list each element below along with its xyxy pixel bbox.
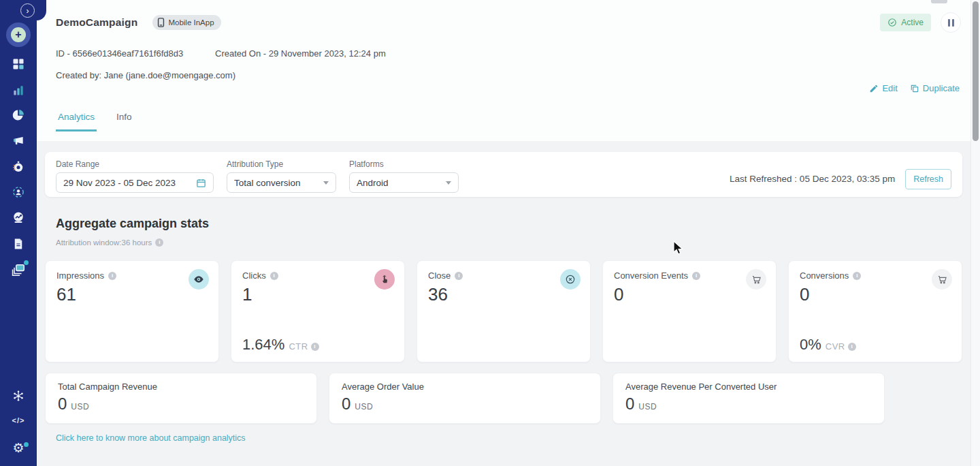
main-content: DemoCampaign Mobile InApp Active bbox=[37, 0, 980, 466]
gear-icon: ⚙ bbox=[12, 441, 24, 454]
bar-chart-icon bbox=[12, 83, 25, 97]
close-circle-icon bbox=[560, 269, 581, 290]
revenue-currency: USD bbox=[355, 402, 373, 411]
status-badge-label: Active bbox=[901, 18, 924, 27]
pause-icon bbox=[952, 19, 954, 27]
revenue-cards-row: Total Campaign Revenue 0 USD Average Ord… bbox=[45, 373, 962, 424]
pause-icon bbox=[948, 19, 950, 27]
revenue-card-aov: Average Order Value 0 USD bbox=[329, 373, 601, 424]
page-title: DemoCampaign bbox=[56, 16, 137, 29]
sidebar-item-analytics[interactable] bbox=[0, 83, 37, 97]
info-icon[interactable]: i bbox=[270, 272, 278, 280]
revenue-card-total: Total Campaign Revenue 0 USD bbox=[45, 373, 317, 424]
scrollbar-thumb[interactable] bbox=[973, 1, 979, 141]
cart-icon bbox=[932, 269, 952, 290]
user-target-icon bbox=[12, 185, 25, 199]
calendar-icon bbox=[196, 178, 206, 188]
stat-value: 36 bbox=[428, 284, 579, 305]
stat-label: Impressions bbox=[56, 270, 104, 281]
attribution-type-select[interactable]: Total conversion bbox=[227, 172, 336, 193]
revenue-label: Average Order Value bbox=[342, 382, 588, 392]
attribution-type-value: Total conversion bbox=[234, 178, 301, 188]
created-on: Created On - 29 November 2023, 12:24 pm bbox=[215, 48, 386, 59]
platforms-label: Platforms bbox=[349, 159, 459, 169]
create-campaign-button[interactable]: + bbox=[6, 22, 31, 47]
sidebar-item-audience[interactable] bbox=[0, 185, 37, 199]
sidebar-item-segments[interactable] bbox=[0, 108, 37, 122]
ctr-label: CTR bbox=[289, 341, 308, 352]
date-range-input[interactable]: 29 Nov 2023 - 05 Dec 2023 bbox=[56, 172, 214, 193]
layers-icon bbox=[11, 262, 26, 277]
sidebar-item-dashboard[interactable] bbox=[0, 57, 37, 71]
sidebar-item-lab[interactable] bbox=[0, 389, 37, 403]
sidebar-item-settings[interactable]: ⚙ bbox=[0, 441, 37, 454]
revenue-currency: USD bbox=[71, 402, 89, 411]
revenue-label: Average Revenue Per Converted User bbox=[625, 382, 872, 392]
platforms-select[interactable]: Android bbox=[349, 172, 459, 193]
info-icon[interactable]: i bbox=[455, 272, 463, 280]
tap-icon bbox=[374, 269, 395, 290]
info-icon[interactable]: i bbox=[692, 272, 700, 280]
status-badge: Active bbox=[880, 14, 931, 31]
duplicate-icon bbox=[910, 84, 919, 93]
created-by: Created by: Jane (jane.doe@moengage.com) bbox=[56, 70, 961, 80]
megaphone-icon bbox=[12, 134, 25, 147]
sidebar-expand-button[interactable]: › bbox=[20, 3, 35, 18]
cvr-value: 0% bbox=[800, 336, 821, 354]
refresh-button[interactable]: Refresh bbox=[905, 169, 951, 189]
sidebar-item-developer[interactable]: </> bbox=[0, 416, 37, 424]
revenue-label: Total Campaign Revenue bbox=[58, 382, 304, 392]
info-icon[interactable]: i bbox=[853, 272, 861, 280]
stat-value: 1 bbox=[242, 284, 393, 305]
info-icon[interactable]: i bbox=[848, 343, 856, 351]
revenue-value: 0 bbox=[342, 394, 350, 414]
stat-value: 0 bbox=[614, 284, 765, 305]
date-range-label: Date Range bbox=[56, 159, 214, 169]
sidebar-item-predictions[interactable] bbox=[0, 211, 37, 224]
check-circle-icon bbox=[887, 18, 897, 27]
stat-label: Clicks bbox=[242, 270, 266, 281]
pencil-icon bbox=[869, 84, 879, 93]
analytics-docs-link[interactable]: Click here to know more about campaign a… bbox=[56, 433, 246, 443]
sidebar: + bbox=[0, 0, 37, 466]
sidebar-item-create[interactable]: + bbox=[0, 22, 37, 47]
trend-ball-icon bbox=[12, 211, 25, 224]
tab-info[interactable]: Info bbox=[114, 112, 134, 131]
stat-value: 0 bbox=[800, 284, 951, 305]
duplicate-button[interactable]: Duplicate bbox=[910, 83, 960, 93]
chevron-down-icon bbox=[323, 181, 329, 185]
info-icon[interactable]: i bbox=[311, 343, 319, 351]
pie-chart-icon bbox=[12, 108, 25, 122]
info-icon[interactable]: i bbox=[155, 238, 163, 247]
revenue-card-arpcu: Average Revenue Per Converted User 0 USD bbox=[612, 373, 885, 424]
edit-button[interactable]: Edit bbox=[869, 83, 897, 93]
chevron-right-icon: › bbox=[27, 7, 29, 15]
duplicate-label: Duplicate bbox=[923, 83, 960, 93]
last-refreshed-text: Last Refreshed : 05 Dec 2023, 03:35 pm bbox=[730, 174, 895, 184]
stat-value: 61 bbox=[56, 284, 208, 305]
revenue-value: 0 bbox=[58, 394, 67, 414]
stat-label: Conversion Events bbox=[614, 270, 688, 281]
revenue-currency: USD bbox=[638, 402, 657, 411]
asterisk-nodes-icon bbox=[12, 389, 25, 403]
section-title: Aggregate campaign stats bbox=[56, 217, 961, 231]
stat-card-conversions: Conversions i 0 0% CVR i bbox=[788, 260, 962, 362]
info-icon[interactable]: i bbox=[108, 272, 116, 280]
tab-analytics[interactable]: Analytics bbox=[56, 112, 97, 131]
stat-card-close: Close i 36 bbox=[416, 260, 591, 362]
pause-campaign-button[interactable] bbox=[941, 12, 961, 33]
sidebar-item-timer[interactable] bbox=[0, 160, 37, 174]
sidebar-item-campaigns[interactable] bbox=[0, 134, 37, 147]
tab-bar: Analytics Info bbox=[56, 112, 134, 131]
stat-cards-row: Impressions i 61 Clicks i bbox=[45, 260, 962, 362]
chevron-down-icon bbox=[446, 181, 451, 185]
notification-dot bbox=[24, 442, 29, 447]
attribution-window-text: Attribution window:36 hours bbox=[56, 238, 152, 247]
plus-create-icon: + bbox=[11, 27, 26, 42]
notification-dot bbox=[24, 260, 29, 265]
sidebar-item-channels[interactable] bbox=[0, 262, 37, 277]
sidebar-item-reports[interactable] bbox=[0, 237, 37, 251]
top-edge-element bbox=[931, 0, 947, 3]
cvr-label: CVR bbox=[826, 341, 845, 352]
grid-dashboard-icon bbox=[12, 57, 25, 71]
